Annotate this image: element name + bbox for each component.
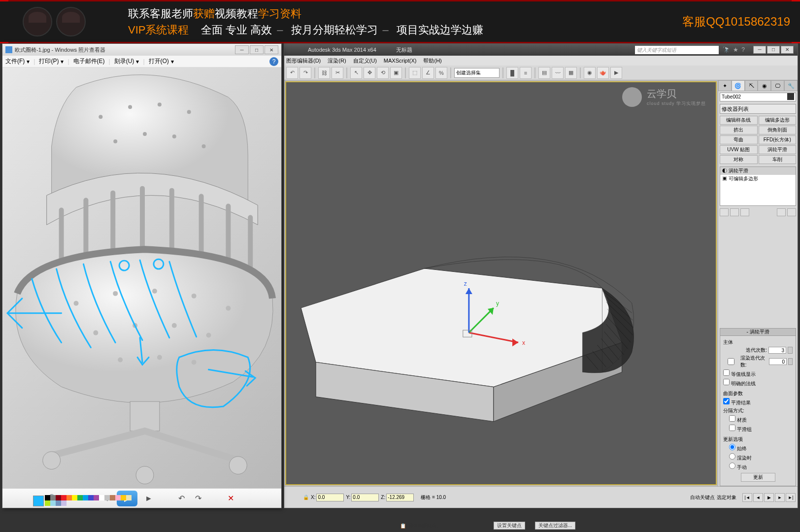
play-icon[interactable]: ▶ [764, 493, 774, 502]
autokey-button[interactable]: 自动关键点 [690, 494, 715, 501]
render-setup-icon[interactable]: 🫖 [597, 67, 609, 79]
render-iter-checkbox[interactable] [723, 358, 739, 365]
palette-swatch[interactable] [94, 495, 99, 500]
display-tab[interactable]: 🖵 [771, 80, 784, 91]
minimize-button[interactable]: ─ [753, 46, 766, 54]
close-button[interactable]: ✕ [781, 46, 794, 54]
modifier-button[interactable]: 涡轮平滑 [759, 145, 797, 154]
star-icon[interactable]: ★ [733, 46, 738, 53]
curve-editor-icon[interactable]: 〰 [552, 67, 564, 79]
unlink-icon[interactable]: ✂ [332, 67, 343, 79]
palette-swatch[interactable] [67, 495, 72, 500]
coord-z-input[interactable] [386, 494, 414, 501]
coord-x-input[interactable] [316, 494, 344, 501]
rollout-header[interactable]: - 涡轮平滑 [720, 328, 796, 336]
spinner-icon[interactable] [788, 347, 793, 354]
menu-file[interactable]: 文件(F) [5, 57, 25, 66]
modifier-button[interactable]: UVW 贴图 [720, 145, 758, 154]
modifier-button[interactable]: 对称 [720, 155, 758, 164]
palette-swatch[interactable] [61, 500, 67, 506]
current-color-swatch[interactable] [33, 496, 44, 506]
update-render-radio[interactable] [729, 453, 735, 460]
menu-item[interactable]: 图形编辑器(D) [286, 57, 321, 65]
link-icon[interactable]: ⛓ [318, 67, 330, 79]
viewport[interactable]: x y z 云学贝cloud study 学习实现梦想 [285, 81, 717, 485]
redo-icon[interactable]: ↷ [300, 67, 311, 79]
pv-image-canvas[interactable] [2, 67, 281, 488]
modifier-button[interactable]: 挤出 [720, 126, 758, 134]
next-frame-icon[interactable]: ► [775, 493, 785, 502]
palette-swatch[interactable] [126, 495, 132, 500]
binoculars-icon[interactable]: 🔭 [723, 46, 730, 53]
modifier-list-dropdown[interactable]: 修改器列表 [720, 104, 796, 114]
color-palette[interactable] [45, 495, 133, 506]
menu-burn[interactable]: 刻录(U) [114, 57, 134, 66]
setkey-button[interactable]: 设置关键点 [494, 522, 525, 530]
modifier-button[interactable]: 编辑样条线 [720, 116, 758, 125]
create-tab[interactable]: ✦ [718, 80, 732, 91]
object-name-field[interactable]: Tube002 [720, 93, 796, 101]
close-button[interactable]: ✕ [265, 45, 278, 54]
menu-item[interactable]: 渲染(R) [328, 57, 346, 65]
layers-icon[interactable]: ▤ [538, 67, 550, 79]
configure-icon[interactable] [787, 208, 796, 216]
maximize-button[interactable]: □ [250, 45, 264, 54]
palette-swatch[interactable] [72, 495, 77, 500]
menu-email[interactable]: 电子邮件(E) [73, 57, 105, 66]
remove-icon[interactable] [777, 208, 786, 216]
palette-swatch[interactable] [83, 495, 88, 500]
spinner-icon[interactable] [788, 358, 793, 365]
palette-swatch[interactable] [61, 495, 67, 500]
modifier-button[interactable]: 编辑多边形 [759, 116, 797, 125]
rotate-icon[interactable]: ⟲ [377, 67, 389, 79]
palette-swatch[interactable] [45, 500, 50, 506]
motion-tab[interactable]: ◉ [758, 80, 771, 91]
update-button[interactable]: 更新 [741, 473, 775, 482]
percent-snap-icon[interactable]: % [435, 67, 447, 79]
rotate-cw-icon[interactable]: ↷ [193, 493, 203, 504]
menu-item[interactable]: MAXScript(X) [384, 58, 417, 64]
modifier-button[interactable]: 弯曲 [720, 135, 758, 144]
lock-icon[interactable]: 🔒 [303, 495, 309, 500]
maximize-button[interactable]: □ [767, 46, 780, 54]
material-icon[interactable]: ◉ [584, 67, 596, 79]
update-manual-radio[interactable] [729, 463, 735, 469]
normals-checkbox[interactable] [723, 379, 730, 385]
help-icon[interactable]: ? [741, 46, 745, 53]
material-checkbox[interactable] [729, 415, 735, 422]
palette-swatch[interactable] [88, 495, 94, 500]
pv-titlebar[interactable]: 欧式圈椅-1.jpg - Windows 照片查看器 ─ □ ✕ [2, 44, 281, 56]
render-icon[interactable]: ▶ [610, 67, 622, 79]
palette-swatch[interactable] [121, 495, 126, 500]
palette-swatch[interactable] [56, 495, 61, 500]
align-icon[interactable]: ≡ [520, 67, 532, 79]
palette-swatch[interactable] [50, 495, 56, 500]
rotate-ccw-icon[interactable]: ↶ [176, 493, 187, 504]
snap-icon[interactable]: ⬚ [409, 67, 421, 79]
color-swatch[interactable] [787, 93, 794, 100]
smooth-result-checkbox[interactable] [723, 398, 730, 404]
palette-swatch[interactable] [56, 500, 61, 506]
help-icon[interactable]: ? [269, 57, 278, 66]
pin-icon[interactable] [720, 208, 729, 216]
minimize-button[interactable]: ─ [235, 45, 249, 54]
angle-snap-icon[interactable]: ∠ [422, 67, 434, 79]
modify-tab[interactable]: 🌀 [732, 80, 745, 91]
menu-item[interactable]: 帮助(H) [423, 57, 441, 65]
unique-icon[interactable] [740, 208, 749, 216]
modifier-stack[interactable]: ◐ 涡轮平滑 ▣ 可编辑多边形 [720, 166, 796, 206]
scale-icon[interactable]: ▣ [390, 67, 402, 79]
iterations-input[interactable] [768, 347, 786, 354]
render-iter-input[interactable] [769, 358, 787, 365]
menu-print[interactable]: 打印(P) [39, 57, 59, 66]
palette-swatch[interactable] [104, 495, 110, 500]
add-marker-label[interactable]: 添加时间标记 [409, 522, 438, 529]
coord-y-input[interactable] [351, 494, 379, 501]
palette-swatch[interactable] [45, 495, 50, 500]
hierarchy-tab[interactable]: ⛏ [745, 80, 758, 91]
prev-frame-icon[interactable]: ◄ [753, 493, 763, 502]
keymode-dropdown[interactable]: 选定对象 [717, 494, 736, 501]
selection-set-dropdown[interactable]: 创建选择集 [454, 68, 500, 78]
next-icon[interactable]: ► [143, 493, 154, 504]
mirror-icon[interactable]: ▐▌ [506, 67, 518, 79]
